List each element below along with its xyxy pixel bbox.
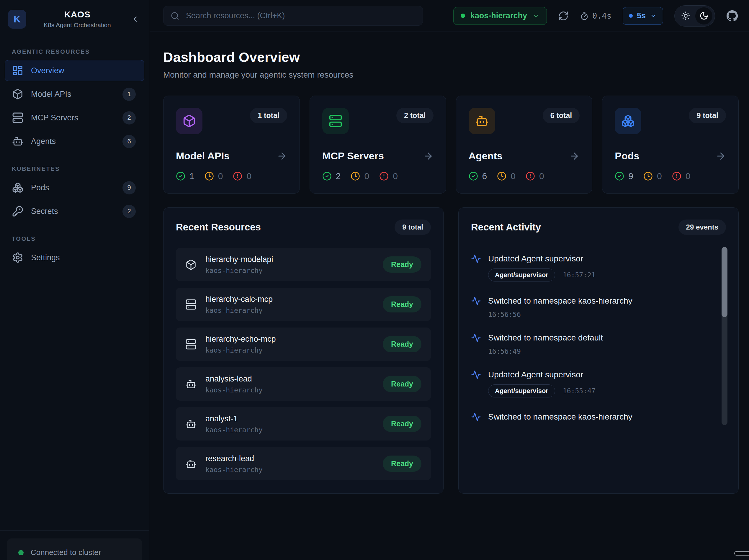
activity-time: 16:56:56: [488, 311, 521, 318]
sidebar-item-label: Secrets: [31, 207, 58, 216]
light-theme-button[interactable]: [677, 7, 694, 24]
ready-count: 6: [482, 171, 487, 181]
refresh-icon: [558, 10, 569, 21]
sidebar: K KAOS K8s Agent Orchestration AGENTIC R…: [0, 0, 149, 560]
total-badge: 9 total: [689, 108, 726, 123]
search-input[interactable]: [185, 11, 415, 21]
activity-scrollbar-track[interactable]: [722, 247, 727, 425]
card-title: Pods: [615, 150, 639, 162]
panel-header: Recent Activity 29 events: [471, 219, 726, 235]
status-badge: Ready: [383, 336, 422, 352]
resource-namespace: kaos-hierarchy: [206, 306, 273, 314]
resource-row[interactable]: analysis-lead kaos-hierarchy Ready: [176, 367, 431, 401]
activity-list: Updated Agent supervisor Agent/superviso…: [471, 254, 726, 434]
refresh-button[interactable]: [558, 10, 569, 21]
error-stat: 0: [526, 171, 544, 181]
activity-title: Switched to namespace kaos-hierarchy: [488, 412, 633, 422]
github-link[interactable]: [726, 10, 738, 22]
card-stats: 2 0 0: [322, 171, 433, 181]
count-badge: 2: [123, 111, 136, 125]
resource-row[interactable]: hierarchy-calc-mcp kaos-hierarchy Ready: [176, 288, 431, 321]
resource-namespace: kaos-hierarchy: [206, 426, 263, 434]
card-title: Model APIs: [176, 150, 230, 162]
cluster-status: Connected to cluster: [7, 538, 142, 560]
activity-meta: Agent/supervisor 16:55:47: [488, 384, 726, 397]
corner-pill: [734, 551, 749, 556]
activity-item: Switched to namespace kaos-hierarchy 16:…: [471, 296, 726, 318]
activity-time: 16:57:21: [563, 271, 596, 279]
topbar: kaos-hierarchy 0.4s 5s: [150, 0, 749, 32]
panel-title: Recent Activity: [471, 221, 541, 233]
robot-icon: [469, 108, 495, 134]
boxes-icon: [615, 108, 641, 134]
sidebar-collapse-button[interactable]: [128, 13, 142, 26]
topbar-controls: kaos-hierarchy 0.4s 5s: [453, 5, 738, 26]
card-top-row: 9 total: [615, 108, 726, 134]
app-logo: K: [8, 10, 26, 29]
resource-row[interactable]: hierarchy-modelapi kaos-hierarchy Ready: [176, 248, 431, 281]
alert-circle-icon: [379, 171, 389, 181]
card-top-row: 2 total: [322, 108, 433, 134]
pending-count: 0: [364, 171, 369, 181]
boxes-icon: [12, 182, 23, 193]
page-title: Dashboard Overview: [163, 49, 739, 65]
sidebar-item-overview[interactable]: Overview: [5, 60, 144, 81]
activity-title: Updated Agent supervisor: [488, 370, 583, 380]
search-box: [163, 6, 423, 26]
activity-pulse-icon: [471, 296, 481, 306]
resource-row[interactable]: analyst-1 kaos-hierarchy Ready: [176, 407, 431, 440]
sidebar-item-label: Pods: [31, 183, 49, 192]
robot-icon: [12, 136, 23, 147]
resource-row[interactable]: research-lead kaos-hierarchy Ready: [176, 447, 431, 480]
ready-count: 9: [628, 171, 633, 181]
sidebar-item-model-apis[interactable]: Model APIs 1: [5, 84, 144, 105]
pending-stat: 0: [205, 171, 223, 181]
sidebar-item-agents[interactable]: Agents 6: [5, 131, 144, 152]
sidebar-item-pods[interactable]: Pods 9: [5, 177, 144, 198]
check-circle-icon: [469, 171, 478, 181]
error-stat: 0: [672, 171, 690, 181]
stat-cards: 1 total Model APIs 1 0 0: [163, 95, 739, 194]
robot-icon: [185, 379, 196, 390]
stat-card-agents[interactable]: 6 total Agents 6 0 0: [456, 95, 593, 194]
count-badge: 9: [123, 181, 136, 194]
arrow-right-icon: [569, 151, 580, 161]
activity-item: Updated Agent supervisor Agent/superviso…: [471, 254, 726, 281]
resource-namespace: kaos-hierarchy: [206, 267, 273, 274]
refresh-interval-selector[interactable]: 5s: [623, 7, 663, 25]
robot-icon: [185, 458, 196, 469]
moon-icon: [700, 11, 709, 20]
activity-scrollbar-thumb[interactable]: [722, 247, 727, 317]
check-circle-icon: [615, 171, 624, 181]
namespace-selector[interactable]: kaos-hierarchy: [453, 7, 547, 25]
card-title-row: Pods: [615, 150, 726, 162]
sidebar-item-settings[interactable]: Settings: [5, 247, 144, 268]
resource-row[interactable]: hierarchy-echo-mcp kaos-hierarchy Ready: [176, 327, 431, 361]
github-icon: [726, 10, 738, 22]
resource-texts: research-lead kaos-hierarchy: [206, 454, 263, 474]
stat-card-pods[interactable]: 9 total Pods 9 0 0: [602, 95, 739, 194]
ready-count: 1: [190, 171, 194, 181]
stat-card-mcp-servers[interactable]: 2 total MCP Servers 2 0 0: [309, 95, 446, 194]
activity-meta: Agent/supervisor 16:57:21: [488, 268, 726, 281]
sidebar-item-secrets[interactable]: Secrets 2: [5, 201, 144, 222]
sidebar-item-mcp-servers[interactable]: MCP Servers 2: [5, 107, 144, 128]
activity-tag: Agent/supervisor: [488, 268, 555, 281]
app-tagline: K8s Agent Orchestration: [44, 22, 111, 29]
stat-card-model-apis[interactable]: 1 total Model APIs 1 0 0: [163, 95, 300, 194]
resource-texts: hierarchy-modelapi kaos-hierarchy: [206, 255, 273, 274]
clock-icon: [205, 171, 214, 181]
pending-stat: 0: [497, 171, 516, 181]
card-stats: 9 0 0: [615, 171, 726, 181]
card-top-row: 1 total: [176, 108, 287, 134]
arrow-right-icon: [423, 151, 433, 161]
app-name: KAOS: [64, 9, 91, 20]
main-content: Dashboard Overview Monitor and manage yo…: [150, 32, 749, 560]
count-badge: 6: [123, 135, 136, 148]
arrow-right-icon: [715, 151, 726, 161]
dark-theme-button[interactable]: [695, 7, 712, 24]
activity-head: Updated Agent supervisor: [471, 254, 726, 264]
resource-namespace: kaos-hierarchy: [206, 386, 263, 394]
card-top-row: 6 total: [469, 108, 580, 134]
panel-title: Recent Resources: [176, 221, 261, 233]
